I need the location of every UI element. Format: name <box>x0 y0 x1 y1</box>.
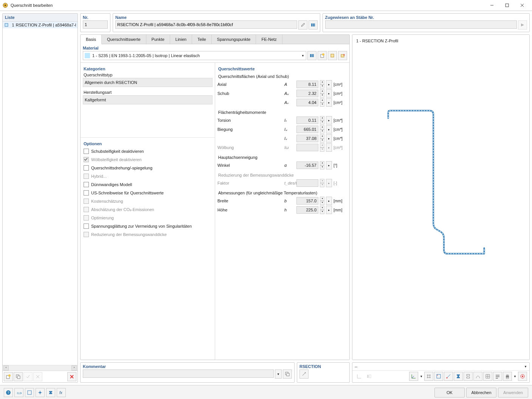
comment-pick-icon[interactable]: ▼ <box>275 370 282 379</box>
material-select[interactable]: 1 - S235 | EN 1993-1-1:2005-05 | Isotrop… <box>83 51 306 60</box>
prop-menu-icon: ▸ <box>326 179 332 187</box>
comment-copy-icon[interactable] <box>283 370 292 379</box>
tab-querschnittswerte[interactable]: Querschnittswerte <box>102 35 146 44</box>
material-edit-icon[interactable] <box>328 51 337 60</box>
prop-value[interactable]: 8.11 <box>296 81 318 88</box>
prop-row: TorsionIₜ0.11▴▾▸[cm⁴] <box>217 116 347 125</box>
spinner[interactable]: ▴▾ <box>320 134 324 143</box>
cancel-button[interactable]: Abbrechen <box>466 388 496 397</box>
material-delete-icon[interactable] <box>338 51 347 60</box>
axes-icon[interactable] <box>355 372 364 381</box>
checkbox-icon[interactable] <box>84 149 89 154</box>
spinner[interactable]: ▴▾ <box>320 125 324 134</box>
tab-spannungspunkte[interactable]: Spannungspunkte <box>212 35 256 44</box>
mesh-icon[interactable] <box>483 372 492 381</box>
target-icon[interactable] <box>518 372 527 381</box>
stress-icon[interactable] <box>473 372 482 381</box>
ibeam-filled-icon[interactable] <box>454 372 463 381</box>
print-dd-icon[interactable]: ▼ <box>513 375 517 378</box>
prop-row: Höheh225.0▴▾▸[mm] <box>217 205 347 214</box>
copy-icon[interactable] <box>14 372 23 381</box>
svg-rect-15 <box>312 54 313 57</box>
prop-value[interactable]: 4.04 <box>296 99 318 106</box>
axes-dd-icon[interactable]: ▼ <box>419 375 423 378</box>
prop-menu-icon[interactable]: ▸ <box>326 134 332 143</box>
ok-button[interactable]: OK <box>434 388 465 397</box>
prop-value[interactable]: -16.57 <box>296 161 318 169</box>
view-profile-icon[interactable] <box>46 388 55 397</box>
preview-dropdown[interactable]: -- <box>355 364 524 369</box>
chevron-down-icon[interactable]: ▼ <box>524 365 527 368</box>
option-row[interactable]: Querschnittsdrehung/-spiegelung <box>83 164 212 172</box>
option-row[interactable]: US-Schreibweise für Querschnittswerte <box>83 189 212 197</box>
checkbox-icon[interactable] <box>84 190 89 196</box>
name-input[interactable] <box>115 20 297 29</box>
prop-menu-icon[interactable]: ▸ <box>326 80 332 88</box>
new-icon[interactable] <box>4 372 13 381</box>
tab-punkte[interactable]: Punkte <box>146 35 170 44</box>
spinner[interactable]: ▴▾ <box>320 206 324 214</box>
units-icon[interactable]: 0,00 <box>14 388 23 397</box>
prop-value[interactable]: 225.0 <box>296 206 318 214</box>
prop-value[interactable]: 665.01 <box>296 126 318 133</box>
tab-linien[interactable]: Linien <box>170 35 192 44</box>
list-hscroll[interactable]: ‹› <box>3 365 78 371</box>
option-row[interactable]: Spannungsglättung zur Vermeidung von Sin… <box>83 222 212 230</box>
prop-label: Torsion <box>217 118 283 123</box>
axes-toggle-icon[interactable] <box>409 372 418 381</box>
prop-menu-icon[interactable]: ▸ <box>326 161 332 169</box>
spinner[interactable]: ▴▾ <box>320 80 324 88</box>
rsection-open-icon[interactable] <box>299 370 309 379</box>
prop-menu-icon[interactable]: ▸ <box>326 89 332 98</box>
prop-menu-icon[interactable]: ▸ <box>326 116 332 124</box>
delete-icon[interactable] <box>67 372 76 381</box>
preview-viewport[interactable]: 1 - RSECTION Z-Profil <box>352 35 529 360</box>
minimize-button[interactable] <box>484 0 499 11</box>
apply-button[interactable]: Anwenden <box>498 388 528 397</box>
prop-value[interactable]: 37.08 <box>296 135 318 142</box>
prop-menu-icon[interactable]: ▸ <box>326 98 332 107</box>
material-new-icon[interactable] <box>318 51 327 60</box>
library-icon[interactable] <box>309 20 318 29</box>
script-icon[interactable]: fx <box>57 388 66 397</box>
dim-icon[interactable] <box>424 372 433 381</box>
list-row[interactable]: 1 RSECTION Z-Profil | a59468a7-8c <box>3 22 78 28</box>
help-icon[interactable]: ? <box>4 388 13 397</box>
ibeam-outline-icon[interactable] <box>464 372 473 381</box>
maximize-button[interactable] <box>499 0 515 11</box>
spinner[interactable]: ▴▾ <box>320 89 324 98</box>
prop-value[interactable]: 157.0 <box>296 197 318 205</box>
points-icon[interactable] <box>434 372 443 381</box>
prop-menu-icon[interactable]: ▸ <box>326 206 332 214</box>
checkbox-icon[interactable] <box>84 224 89 229</box>
assigned-input[interactable] <box>325 20 517 29</box>
tab-teile[interactable]: Teile <box>192 35 212 44</box>
material-library-icon[interactable] <box>307 51 316 60</box>
spinner[interactable]: ▴▾ <box>320 161 324 169</box>
svg-point-27 <box>447 377 448 379</box>
prop-value[interactable]: 0.11 <box>296 116 318 124</box>
spinner[interactable]: ▴▾ <box>320 116 324 124</box>
view-cross-icon[interactable] <box>36 388 45 397</box>
spinner[interactable]: ▴▾ <box>320 98 324 107</box>
checkbox-icon[interactable] <box>84 182 89 187</box>
prop-value[interactable]: 2.32 <box>296 90 318 97</box>
edit-name-icon[interactable] <box>298 20 307 29</box>
pick-members-icon[interactable] <box>518 20 527 29</box>
close-button[interactable] <box>515 0 530 11</box>
checkbox-icon[interactable] <box>84 165 89 171</box>
prop-menu-icon[interactable]: ▸ <box>326 125 332 134</box>
values-icon[interactable] <box>493 372 502 381</box>
nr-input[interactable] <box>83 20 108 29</box>
prop-menu-icon[interactable]: ▸ <box>326 197 332 205</box>
comment-input[interactable] <box>83 370 274 378</box>
mirror-icon[interactable] <box>364 372 374 381</box>
view-square-icon[interactable] <box>25 388 34 397</box>
tab-fenetz[interactable]: FE-Netz <box>256 35 282 44</box>
print-icon[interactable] <box>503 372 512 381</box>
tab-basis[interactable]: Basis <box>81 35 102 44</box>
lines-icon[interactable] <box>444 372 453 381</box>
option-row[interactable]: Dünnwandiges Modell <box>83 180 212 189</box>
spinner[interactable]: ▴▾ <box>320 197 324 205</box>
option-row[interactable]: Schubsteifigkeit deaktivieren <box>83 147 212 155</box>
